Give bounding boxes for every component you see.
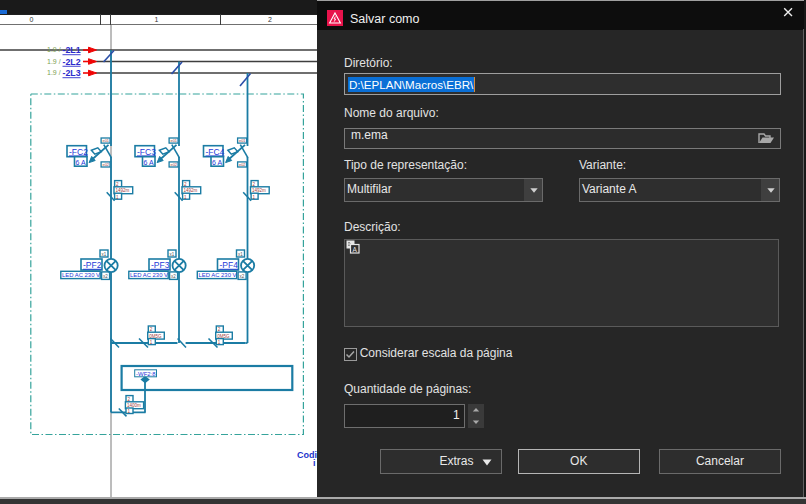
svg-text:-2L3: -2L3 [63,68,81,78]
svg-text:0M5G: 0M5G [217,334,230,339]
svg-text:-FC4: -FC4 [206,147,225,157]
svg-text:-2L2: -2L2 [63,57,81,67]
svg-text:-PF3: -PF3 [151,260,170,270]
svg-text:1492m: 1492m [252,188,266,193]
svg-text:x2: x2 [171,274,176,279]
svg-text:1400m: 1400m [127,403,141,408]
svg-text:-FC3: -FC3 [137,147,156,157]
svg-text:-FC2: -FC2 [69,147,88,157]
svg-text:LED AC 230 V: LED AC 230 V [62,272,100,278]
svg-text:-2L1: -2L1 [63,45,81,55]
svg-text:6 A: 6 A [76,159,86,166]
svg-text:x2: x2 [240,274,245,279]
svg-text:6 A: 6 A [144,159,154,166]
svg-text:1.9 /: 1.9 / [47,69,61,76]
svg-text:1492m: 1492m [116,188,130,193]
svg-text:x1: x1 [170,252,175,257]
svg-text:x1: x1 [102,252,107,257]
svg-text:-WF2:8: -WF2:8 [136,371,156,377]
svg-text:-PF2: -PF2 [83,260,102,270]
svg-text:A: A [352,246,357,253]
svg-text:LED AC 230 V: LED AC 230 V [130,272,168,278]
svg-text:x1: x1 [238,252,243,257]
svg-text:1492m: 1492m [184,188,198,193]
svg-text:LED AC 230 V: LED AC 230 V [199,272,237,278]
svg-text:6 A: 6 A [212,159,222,166]
svg-text:-PF4: -PF4 [220,260,239,270]
svg-text:1.9 /: 1.9 / [47,46,61,53]
svg-text:i: i [313,458,316,468]
svg-text:0M5G: 0M5G [149,334,162,339]
svg-text:x2: x2 [103,274,108,279]
svg-text:1.9 /: 1.9 / [47,58,61,65]
